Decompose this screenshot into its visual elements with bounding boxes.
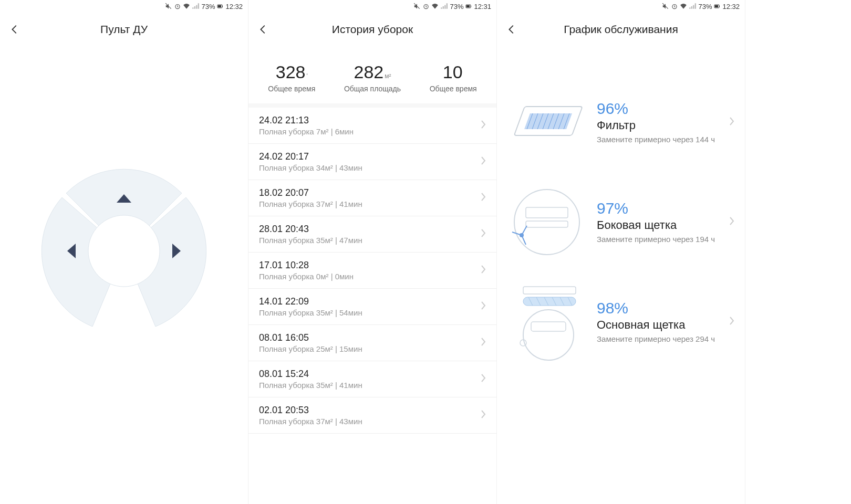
- page-title: Пульт ДУ: [0, 23, 248, 36]
- mute-icon: [662, 3, 669, 10]
- filter-icon: [507, 88, 586, 156]
- clock-text: 12:32: [225, 3, 243, 10]
- chevron-right-icon: [729, 216, 734, 228]
- history-detail: Полная уборка 35м² | 54мин: [259, 308, 481, 317]
- svg-rect-36: [523, 297, 576, 306]
- mute-icon: [413, 3, 421, 10]
- maint-item-filter[interactable]: 96% Фильтр Замените примерно через 144 ч: [497, 72, 745, 172]
- mute-icon: [165, 3, 172, 10]
- svg-point-7: [88, 215, 160, 287]
- side-brush-icon: [507, 188, 586, 256]
- stats-row: 328' Общее время 282м² Общая площадь 10 …: [248, 46, 496, 103]
- back-button[interactable]: [8, 23, 21, 36]
- history-time: 14.01 22:09: [259, 296, 481, 307]
- battery-text: 73%: [698, 3, 712, 10]
- history-row[interactable]: 28.01 20:43Полная уборка 35м² | 47мин: [248, 216, 496, 253]
- alarm-icon: [671, 3, 678, 10]
- history-time: 08.01 16:05: [259, 332, 481, 343]
- history-time: 28.01 20:43: [259, 224, 481, 235]
- screen-remote: 73% 12:32 Пульт ДУ: [0, 0, 248, 504]
- svg-rect-35: [523, 287, 576, 294]
- svg-rect-19: [524, 113, 572, 129]
- history-detail: Полная уборка 0м² | 0мин: [259, 272, 481, 281]
- chevron-right-icon: [481, 192, 486, 204]
- clock-text: 12:31: [474, 3, 491, 10]
- history-time: 02.01 20:53: [259, 405, 481, 416]
- history-row[interactable]: 18.02 20:07Полная уборка 37м² | 41мин: [248, 180, 496, 216]
- history-row[interactable]: 08.01 15:24Полная уборка 35м² | 41мин: [248, 361, 496, 397]
- history-time: 24.02 21:13: [259, 115, 481, 126]
- maint-name: Фильтр: [597, 119, 719, 132]
- chevron-right-icon: [729, 117, 734, 128]
- status-bar: 73% 12:31: [248, 0, 496, 13]
- maint-percent: 98%: [597, 299, 719, 317]
- screen-history: 73% 12:31 История уборок 328' Общее врем…: [248, 0, 497, 504]
- maint-percent: 97%: [597, 200, 719, 217]
- maint-item-side-brush[interactable]: 97% Боковая щетка Замените примерно чере…: [497, 172, 745, 272]
- history-row[interactable]: 24.02 20:17Полная уборка 34м² | 43мин: [248, 144, 496, 180]
- chevron-right-icon: [481, 410, 486, 421]
- battery-icon: [217, 3, 223, 10]
- maint-name: Боковая щетка: [597, 218, 719, 232]
- remote-control: [0, 162, 248, 340]
- history-time: 17.01 10:28: [259, 260, 481, 271]
- history-row[interactable]: 14.01 22:09Полная уборка 35м² | 54мин: [248, 289, 496, 325]
- history-detail: Полная уборка 37м² | 41мин: [259, 200, 481, 208]
- maint-item-main-brush[interactable]: 98% Основная щетка Замените примерно чер…: [497, 272, 745, 372]
- chevron-right-icon: [729, 316, 734, 328]
- chevron-right-icon: [481, 265, 486, 276]
- signal-icon: [689, 3, 696, 10]
- maint-name: Основная щетка: [597, 318, 719, 332]
- battery-text: 73%: [201, 3, 215, 10]
- battery-text: 73%: [450, 3, 463, 10]
- history-row[interactable]: 08.01 16:05Полная уборка 25м² | 15мин: [248, 325, 496, 361]
- history-row[interactable]: 02.01 20:53Полная уборка 37м² | 43мин: [248, 397, 496, 434]
- stat-total-time: 328' Общее время: [268, 62, 315, 93]
- battery-icon: [714, 3, 720, 10]
- svg-point-43: [523, 310, 574, 360]
- stat-total-area: 282м² Общая площадь: [344, 62, 401, 93]
- svg-rect-3: [218, 5, 221, 7]
- chevron-right-icon: [481, 228, 486, 240]
- svg-point-28: [514, 190, 579, 255]
- page-title: История уборок: [248, 23, 496, 36]
- history-row[interactable]: 24.02 21:13Полная уборка 7м² | 6мин: [248, 108, 496, 144]
- svg-rect-11: [466, 5, 470, 7]
- stat-total-count: 10 Общее время: [430, 62, 477, 93]
- history-time: 24.02 20:17: [259, 151, 481, 162]
- svg-rect-4: [222, 6, 223, 7]
- history-row[interactable]: 17.01 10:28Полная уборка 0м² | 0мин: [248, 253, 496, 289]
- maint-hint: Замените примерно через 194 ч: [597, 234, 719, 245]
- header: История уборок: [248, 13, 496, 46]
- svg-rect-12: [471, 6, 471, 7]
- history-detail: Полная уборка 35м² | 41мин: [259, 381, 481, 390]
- alarm-icon: [422, 3, 430, 10]
- clock-text: 12:32: [722, 3, 740, 10]
- page-title: График обслуживания: [497, 23, 745, 36]
- signal-icon: [192, 3, 199, 10]
- wifi-icon: [431, 3, 439, 10]
- chevron-right-icon: [481, 120, 486, 131]
- maint-hint: Замените примерно через 144 ч: [597, 134, 719, 145]
- maint-hint: Замените примерно через 294 ч: [597, 334, 719, 344]
- history-time: 18.02 20:07: [259, 187, 481, 198]
- history-detail: Полная уборка 25м² | 15мин: [259, 344, 481, 353]
- chevron-right-icon: [481, 337, 486, 349]
- wifi-icon: [183, 3, 190, 10]
- back-button[interactable]: [505, 23, 518, 36]
- chevron-right-icon: [481, 156, 486, 167]
- history-time: 08.01 15:24: [259, 369, 481, 380]
- signal-icon: [440, 3, 448, 10]
- history-detail: Полная уборка 37м² | 43мин: [259, 417, 481, 426]
- main-brush-icon: [507, 288, 586, 356]
- chevron-right-icon: [481, 373, 486, 385]
- screen-maintenance: 73% 12:32 График обслуживания: [497, 0, 745, 504]
- status-bar: 73% 12:32: [0, 0, 248, 13]
- header: График обслуживания: [497, 13, 745, 46]
- chevron-right-icon: [481, 301, 486, 312]
- header: Пульт ДУ: [0, 13, 248, 46]
- alarm-icon: [174, 3, 181, 10]
- history-detail: Полная уборка 35м² | 47мин: [259, 236, 481, 245]
- back-button[interactable]: [257, 23, 269, 36]
- maint-percent: 96%: [597, 100, 719, 118]
